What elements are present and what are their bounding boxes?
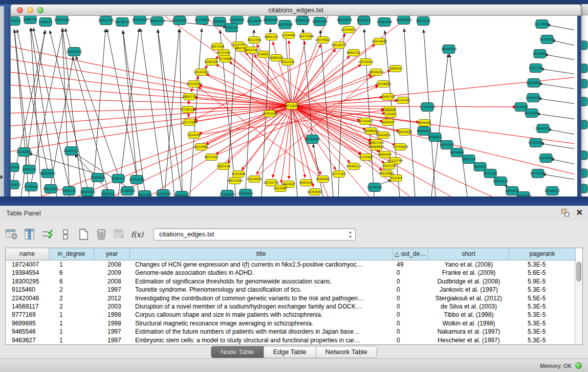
table-cell[interactable]: 1 bbox=[49, 336, 94, 344]
red-edge[interactable] bbox=[11, 85, 292, 106]
table-cell[interactable]: 18300295 bbox=[6, 277, 49, 286]
graph-node[interactable]: 3175685 bbox=[219, 56, 232, 62]
graph-node[interactable] bbox=[581, 64, 587, 73]
black-edge[interactable] bbox=[541, 144, 574, 149]
graph-node[interactable]: 1883023 bbox=[11, 163, 20, 172]
graph-node[interactable] bbox=[581, 120, 587, 129]
table-cell[interactable]: 2009 bbox=[94, 269, 130, 277]
table-cell[interactable]: 1 bbox=[49, 311, 94, 319]
graph-node[interactable]: 13643712 bbox=[535, 124, 551, 133]
graph-node[interactable]: 9860123 bbox=[265, 34, 278, 40]
table-cell[interactable]: 1997 bbox=[94, 286, 130, 294]
rows-icon[interactable] bbox=[59, 228, 72, 240]
column-header-year[interactable]: year bbox=[94, 248, 130, 260]
graph-node[interactable]: 6966042 bbox=[213, 17, 227, 26]
background-window-titlebar[interactable] bbox=[581, 4, 588, 15]
graph-node[interactable]: 9890772 bbox=[183, 94, 197, 100]
graph-node[interactable]: 2803144 bbox=[217, 163, 231, 170]
graph-node[interactable]: 9440954 bbox=[417, 127, 431, 136]
table-cell[interactable]: 0 bbox=[393, 286, 428, 294]
table-cell[interactable]: Dudbridge et al. (2008) bbox=[428, 277, 509, 286]
black-edge[interactable] bbox=[180, 29, 182, 196]
graph-node[interactable]: 9127509 bbox=[217, 50, 231, 56]
graph-node[interactable]: 15135141 bbox=[367, 183, 383, 192]
graph-node[interactable]: 16107427 bbox=[395, 97, 411, 104]
graph-node[interactable]: 9554047 bbox=[381, 119, 395, 126]
graph-node[interactable]: 25260650 bbox=[16, 148, 32, 157]
column-header-pagerank[interactable]: pagerank bbox=[509, 248, 576, 260]
delete-table-icon[interactable] bbox=[113, 228, 126, 240]
graph-node[interactable]: 12254493 bbox=[341, 27, 357, 33]
graph-node[interactable]: 15751074 bbox=[539, 35, 555, 44]
graph-node[interactable]: 15134545 bbox=[304, 135, 320, 144]
red-edge[interactable] bbox=[206, 106, 292, 145]
table-cell[interactable]: Estimation of significance thresholds fo… bbox=[130, 277, 393, 286]
table-cell[interactable]: 5.3E-5 bbox=[509, 336, 576, 344]
black-edge[interactable] bbox=[123, 31, 145, 191]
column-header-short[interactable]: short bbox=[428, 248, 509, 260]
table-cell[interactable]: 1 bbox=[49, 327, 94, 336]
graph-node[interactable]: 22420046 bbox=[186, 81, 202, 87]
graph-node[interactable]: 16210643 bbox=[524, 109, 540, 118]
graph-node[interactable]: 17697038 bbox=[377, 18, 393, 27]
graph-node[interactable]: 9899695 bbox=[418, 120, 431, 126]
graph-node[interactable]: 16773343 bbox=[530, 169, 546, 178]
table-row[interactable]: 1830029562008Estimation of significance … bbox=[6, 277, 582, 286]
table-row[interactable]: 969969511998Structural magnetic resonanc… bbox=[6, 319, 582, 327]
graph-node[interactable]: 9699695 bbox=[316, 176, 330, 183]
table-row[interactable]: 1872400712008Changes of HCN gene express… bbox=[6, 260, 582, 269]
graph-node[interactable]: 11544821 bbox=[376, 81, 391, 87]
graph-node[interactable]: 5905131 bbox=[62, 187, 76, 195]
red-edge[interactable] bbox=[292, 106, 516, 107]
table-cell[interactable]: 2012 bbox=[94, 294, 130, 302]
black-edge[interactable] bbox=[158, 30, 175, 196]
network-view[interactable]: 1254493986012389129541222605891275098186… bbox=[11, 16, 581, 198]
table-cell[interactable]: 1 bbox=[49, 319, 94, 327]
table-cell[interactable]: 1998 bbox=[94, 319, 130, 327]
network-view-window[interactable]: citations_edges.txt 12544939860123891295… bbox=[10, 4, 581, 198]
pane-divider[interactable] bbox=[0, 196, 588, 206]
table-cell[interactable]: Tibbo et al. (1998) bbox=[428, 311, 509, 319]
black-edge[interactable] bbox=[118, 29, 139, 196]
graph-node[interactable]: 252254 bbox=[390, 175, 402, 182]
graph-node[interactable]: 7485031 bbox=[389, 65, 403, 72]
table-cell[interactable]: 5.3E-5 bbox=[509, 319, 576, 327]
table-settings-icon[interactable] bbox=[5, 228, 18, 240]
red-edge[interactable] bbox=[206, 74, 292, 106]
graph-node[interactable]: 8813074 bbox=[357, 16, 371, 25]
graph-node[interactable]: 9777169 bbox=[332, 171, 346, 178]
table-cell[interactable]: 49 bbox=[393, 260, 428, 269]
graph-node[interactable]: 8186328 bbox=[205, 59, 219, 65]
table-cell[interactable]: 2008 bbox=[94, 277, 130, 286]
graph-node[interactable]: 15720407 bbox=[358, 118, 374, 125]
graph-node[interactable]: 9242848 bbox=[232, 171, 246, 178]
table-cell[interactable]: 9115460 bbox=[6, 286, 49, 294]
float-panel-icon[interactable] bbox=[561, 209, 569, 216]
table-cell[interactable]: Changes of HCN gene expression and I(f) … bbox=[130, 260, 393, 269]
graph-node[interactable]: 10688609 bbox=[363, 128, 379, 135]
background-window-canvas[interactable] bbox=[581, 15, 588, 198]
graph-node[interactable] bbox=[581, 97, 587, 106]
table-cell[interactable]: Embryonic stem cells: a model to study s… bbox=[130, 336, 393, 344]
red-edge[interactable] bbox=[292, 101, 398, 106]
table-cell[interactable]: 0 bbox=[393, 302, 428, 311]
graph-node[interactable]: 15276021 bbox=[194, 16, 210, 25]
black-edge[interactable] bbox=[303, 29, 312, 136]
graph-node[interactable]: 16964265 bbox=[295, 16, 311, 25]
black-edge[interactable] bbox=[547, 25, 574, 30]
column-chooser-icon[interactable] bbox=[23, 228, 36, 240]
graph-node[interactable]: 8938923 bbox=[428, 133, 442, 142]
table-cell[interactable]: 5.5E-5 bbox=[509, 294, 576, 302]
graph-node[interactable]: 20831703 bbox=[98, 16, 114, 25]
red-edge[interactable] bbox=[273, 106, 292, 178]
graph-node[interactable]: 9827508 bbox=[211, 43, 225, 50]
black-edge[interactable] bbox=[33, 28, 69, 187]
table-cell[interactable]: Yano et al. (2008) bbox=[428, 260, 509, 269]
graph-node[interactable]: 7524545 bbox=[187, 132, 201, 139]
graph-node[interactable] bbox=[581, 184, 587, 193]
graph-node[interactable]: 18612045 bbox=[227, 178, 243, 184]
table-cell[interactable]: 1998 bbox=[94, 311, 130, 319]
column-header-in_degree[interactable]: in_degree bbox=[49, 248, 94, 260]
table-cell[interactable]: 2 bbox=[49, 286, 94, 294]
table-cell[interactable]: Investigating the contribution of common… bbox=[130, 294, 393, 302]
